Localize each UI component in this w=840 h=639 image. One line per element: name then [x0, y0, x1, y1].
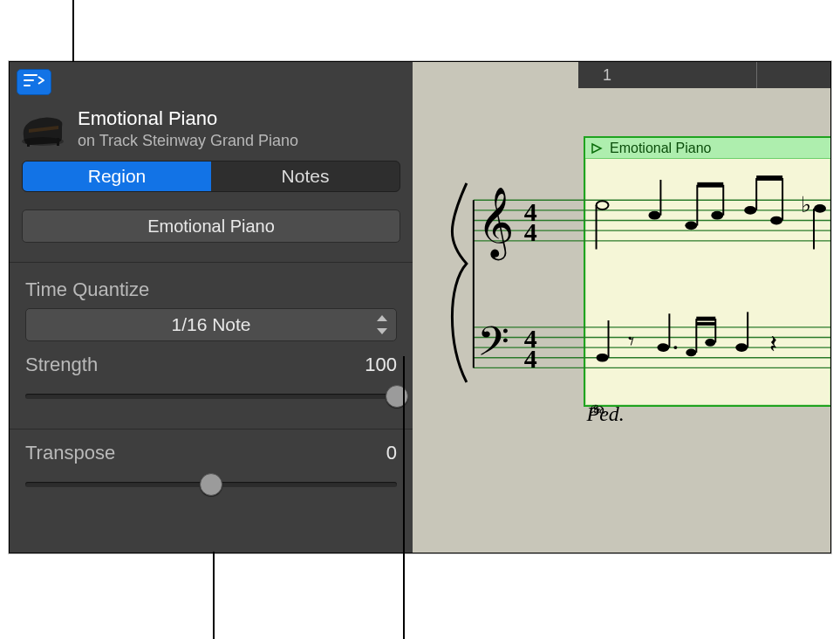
tab-notes[interactable]: Notes — [211, 161, 400, 191]
callout-line-top — [72, 0, 74, 61]
svg-rect-1 — [27, 140, 30, 147]
transpose-slider[interactable] — [25, 470, 397, 499]
svg-point-42 — [673, 346, 677, 349]
ruler[interactable]: 1 — [578, 62, 830, 88]
ruler-tick — [756, 62, 757, 88]
slider-thumb[interactable] — [386, 385, 408, 408]
svg-point-22 — [648, 211, 660, 220]
svg-text:Ped.: Ped. — [586, 402, 625, 425]
grand-staff: 𝄞 𝄢 4 4 4 4 — [413, 149, 830, 437]
strength-value: 100 — [365, 354, 397, 376]
transpose-value: 0 — [386, 442, 397, 464]
transpose-label: Transpose — [25, 442, 115, 464]
svg-point-45 — [705, 339, 715, 347]
svg-text:4: 4 — [524, 218, 537, 246]
svg-point-35 — [814, 204, 826, 213]
region-title: Emotional Piano — [78, 107, 298, 130]
svg-point-20 — [597, 201, 609, 210]
transpose-row: Transpose 0 — [10, 429, 413, 464]
strength-slider[interactable] — [25, 381, 397, 411]
inspector-tabs: Region Notes — [22, 161, 400, 192]
svg-text:𝄢: 𝄢 — [477, 319, 510, 373]
time-quantize-popup[interactable]: 1/16 Note — [25, 308, 397, 341]
stepper-icon — [377, 315, 389, 334]
region-name-field[interactable]: Emotional Piano — [22, 210, 400, 243]
ruler-bar-number: 1 — [603, 66, 611, 85]
strength-row: Strength 100 — [10, 341, 413, 376]
slider-thumb[interactable] — [200, 473, 222, 496]
callout-line-transpose — [213, 552, 215, 639]
svg-text:4: 4 — [524, 346, 537, 374]
slider-track — [25, 394, 397, 399]
strength-label: Strength — [25, 354, 98, 376]
callout-line-quantize — [403, 356, 405, 639]
svg-point-24 — [685, 222, 697, 230]
region-subtitle: on Track Steinway Grand Piano — [78, 132, 298, 150]
svg-point-31 — [770, 216, 782, 225]
catch-playhead-button[interactable] — [17, 69, 51, 95]
svg-point-37 — [597, 354, 609, 362]
tab-region-label: Region — [88, 166, 147, 187]
tab-notes-label: Notes — [282, 166, 330, 187]
piano-icon — [18, 110, 67, 148]
svg-text:𝄞: 𝄞 — [477, 188, 515, 261]
svg-point-43 — [686, 349, 696, 357]
region-name-value: Emotional Piano — [147, 216, 275, 237]
inspector-panel: Emotional Piano on Track Steinway Grand … — [10, 62, 413, 553]
score-area[interactable]: 1 Emotional Piano — [413, 62, 830, 553]
svg-rect-2 — [57, 138, 59, 146]
svg-point-49 — [735, 343, 748, 352]
time-quantize-section: Time Quantize 1/16 Note — [10, 263, 413, 341]
editor-window: Emotional Piano on Track Steinway Grand … — [9, 61, 831, 553]
time-quantize-value: 1/16 Note — [171, 314, 250, 335]
toolbar — [10, 62, 413, 99]
filter-icon — [23, 72, 45, 93]
region-header: Emotional Piano on Track Steinway Grand … — [10, 99, 413, 157]
svg-point-26 — [711, 211, 723, 220]
svg-point-29 — [744, 206, 756, 215]
region-header-text: Emotional Piano on Track Steinway Grand … — [78, 107, 298, 150]
tab-region[interactable]: Region — [23, 161, 211, 191]
score-canvas[interactable]: Emotional Piano — [413, 88, 830, 553]
svg-point-40 — [657, 343, 669, 352]
time-quantize-label: Time Quantize — [25, 278, 397, 301]
svg-text:♭: ♭ — [801, 192, 811, 217]
